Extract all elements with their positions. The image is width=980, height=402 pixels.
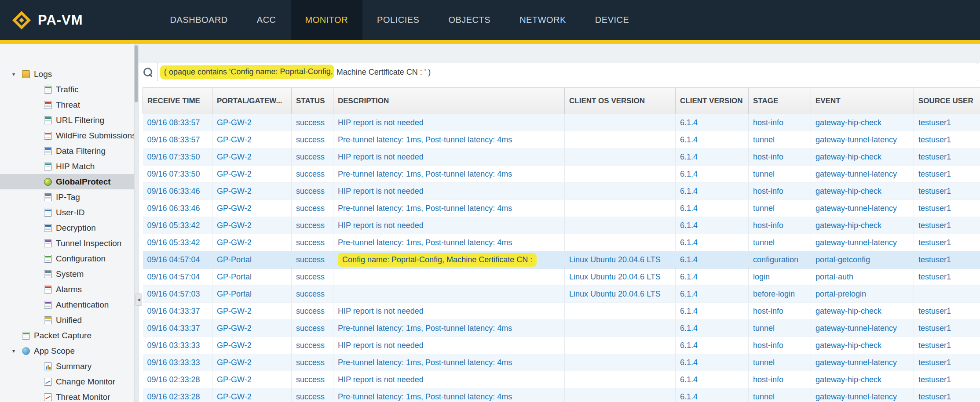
source-user-link[interactable]: testuser1 — [918, 341, 951, 350]
portal-gateway-link[interactable]: GP-GW-2 — [217, 204, 252, 213]
stage-link[interactable]: login — [753, 272, 770, 281]
portal-gateway-link[interactable]: GP-GW-2 — [217, 135, 252, 144]
client-version-link[interactable]: 6.1.4 — [680, 307, 698, 315]
status-link[interactable]: success — [296, 290, 325, 298]
event-link[interactable]: gateway-hip-check — [815, 341, 881, 350]
portal-gateway-link[interactable]: GP-GW-2 — [217, 358, 252, 367]
sidebar-item-unified[interactable]: Unified — [0, 312, 138, 328]
event-link[interactable]: gateway-hip-check — [815, 307, 881, 315]
receive-time-link[interactable]: 09/16 02:33:28 — [147, 392, 200, 401]
client-version-link[interactable]: 6.1.4 — [680, 358, 698, 367]
receive-time-link[interactable]: 09/16 04:57:04 — [147, 272, 200, 281]
description-link[interactable]: Pre-tunnel latency: 1ms, Post-tunnel lat… — [338, 238, 512, 247]
stage-link[interactable]: tunnel — [753, 392, 775, 401]
sidebar-item-summary[interactable]: Summary — [0, 359, 138, 374]
stage-link[interactable]: tunnel — [753, 238, 775, 247]
stage-link[interactable]: configuration — [753, 255, 798, 264]
status-link[interactable]: success — [296, 272, 325, 281]
event-link[interactable]: gateway-hip-check — [815, 152, 881, 161]
column-header-stage[interactable]: STAGE — [749, 88, 811, 114]
stage-link[interactable]: tunnel — [753, 204, 775, 213]
event-link[interactable]: gateway-hip-check — [815, 375, 881, 384]
column-header-portal-gatew[interactable]: PORTAL/GATEW... — [212, 88, 292, 114]
event-link[interactable]: gateway-tunnel-latency — [815, 392, 897, 401]
source-user-link[interactable]: testuser1 — [918, 324, 951, 333]
search-icon[interactable] — [143, 67, 153, 77]
description-link[interactable]: Config name: Poprtal-Config, Machine Cer… — [338, 253, 537, 267]
nav-item-network[interactable]: NETWORK — [505, 0, 581, 40]
receive-time-link[interactable]: 09/16 04:57:03 — [147, 290, 200, 298]
sidebar-item-app-scope[interactable]: App Scope — [0, 343, 138, 359]
source-user-link[interactable]: testuser1 — [918, 375, 951, 384]
description-link[interactable]: HIP report is not needed — [338, 307, 424, 315]
sidebar-item-configuration[interactable]: Configuration — [0, 251, 138, 266]
event-link[interactable]: gateway-tunnel-latency — [815, 238, 897, 247]
status-link[interactable]: success — [296, 341, 325, 350]
client-version-link[interactable]: 6.1.4 — [680, 375, 698, 384]
receive-time-link[interactable]: 09/16 03:33:33 — [147, 358, 200, 367]
portal-gateway-link[interactable]: GP-GW-2 — [217, 118, 252, 127]
status-link[interactable]: success — [296, 255, 325, 264]
receive-time-link[interactable]: 09/16 05:33:42 — [147, 221, 200, 230]
description-link[interactable]: HIP report is not needed — [338, 187, 424, 196]
sidebar-item-logs[interactable]: Logs — [0, 66, 138, 82]
status-link[interactable]: success — [296, 204, 325, 213]
sidebar-item-traffic[interactable]: Traffic — [0, 82, 138, 97]
sidebar-item-packet-capture[interactable]: Packet Capture — [0, 328, 138, 343]
sidebar-item-globalprotect[interactable]: GlobalProtect — [0, 174, 138, 189]
sidebar-item-ip-tag[interactable]: IP-Tag — [0, 189, 138, 205]
event-link[interactable]: gateway-hip-check — [815, 187, 881, 196]
description-link[interactable]: HIP report is not needed — [338, 152, 424, 161]
source-user-link[interactable]: testuser1 — [918, 221, 951, 230]
sidebar-item-hip-match[interactable]: HIP Match — [0, 159, 138, 174]
column-header-description[interactable]: DESCRIPTION — [333, 88, 565, 114]
nav-item-objects[interactable]: OBJECTS — [434, 0, 505, 40]
client-version-link[interactable]: 6.1.4 — [680, 118, 698, 127]
sidebar-item-data-filtering[interactable]: Data Filtering — [0, 143, 138, 159]
client-version-link[interactable]: 6.1.4 — [680, 392, 698, 401]
description-link[interactable]: HIP report is not needed — [338, 341, 424, 350]
status-link[interactable]: success — [296, 187, 325, 196]
receive-time-link[interactable]: 09/16 02:33:28 — [147, 375, 200, 384]
status-link[interactable]: success — [296, 135, 325, 144]
status-link[interactable]: success — [296, 392, 325, 401]
event-link[interactable]: portal-getconfig — [815, 255, 870, 264]
column-header-event[interactable]: EVENT — [811, 88, 914, 114]
stage-link[interactable]: host-info — [753, 152, 783, 161]
receive-time-link[interactable]: 09/16 04:33:37 — [147, 324, 200, 333]
client-os-version-link[interactable]: Linux Ubuntu 20.04.6 LTS — [569, 255, 661, 264]
stage-link[interactable]: tunnel — [753, 135, 775, 144]
stage-link[interactable]: host-info — [753, 118, 783, 127]
event-link[interactable]: gateway-tunnel-latency — [815, 324, 897, 333]
stage-link[interactable]: host-info — [753, 307, 783, 315]
sidebar-item-decryption[interactable]: Decryption — [0, 220, 138, 235]
status-link[interactable]: success — [296, 375, 325, 384]
column-header-receive-time[interactable]: RECEIVE TIME — [143, 88, 212, 114]
source-user-link[interactable]: testuser1 — [918, 255, 951, 264]
nav-item-monitor[interactable]: MONITOR — [291, 0, 363, 40]
description-link[interactable]: Pre-tunnel latency: 1ms, Post-tunnel lat… — [338, 392, 512, 401]
event-link[interactable]: gateway-tunnel-latency — [815, 170, 897, 178]
receive-time-link[interactable]: 09/16 04:33:37 — [147, 307, 200, 315]
status-link[interactable]: success — [296, 221, 325, 230]
sidebar-item-authentication[interactable]: Authentication — [0, 297, 138, 312]
client-version-link[interactable]: 6.1.4 — [680, 135, 698, 144]
portal-gateway-link[interactable]: GP-GW-2 — [217, 392, 252, 401]
client-version-link[interactable]: 6.1.4 — [680, 187, 698, 196]
client-version-link[interactable]: 6.1.4 — [680, 324, 698, 333]
description-link[interactable]: HIP report is not needed — [338, 375, 424, 384]
stage-link[interactable]: host-info — [753, 187, 783, 196]
sidebar-item-alarms[interactable]: Alarms — [0, 282, 138, 297]
column-header-client-os-version[interactable]: CLIENT OS VERSION — [565, 88, 676, 114]
portal-gateway-link[interactable]: GP-GW-2 — [217, 238, 252, 247]
description-link[interactable]: Pre-tunnel latency: 1ms, Post-tunnel lat… — [338, 135, 512, 144]
sidebar-collapse-handle[interactable] — [135, 293, 142, 306]
event-link[interactable]: gateway-hip-check — [815, 221, 881, 230]
log-query-input[interactable]: ( opaque contains 'Config name: Poprtal-… — [157, 63, 978, 81]
receive-time-link[interactable]: 09/16 08:33:57 — [147, 135, 200, 144]
source-user-link[interactable]: testuser1 — [918, 238, 951, 247]
portal-gateway-link[interactable]: GP-GW-2 — [217, 341, 252, 350]
portal-gateway-link[interactable]: GP-GW-2 — [217, 187, 252, 196]
stage-link[interactable]: host-info — [753, 221, 783, 230]
source-user-link[interactable]: testuser1 — [918, 187, 951, 196]
